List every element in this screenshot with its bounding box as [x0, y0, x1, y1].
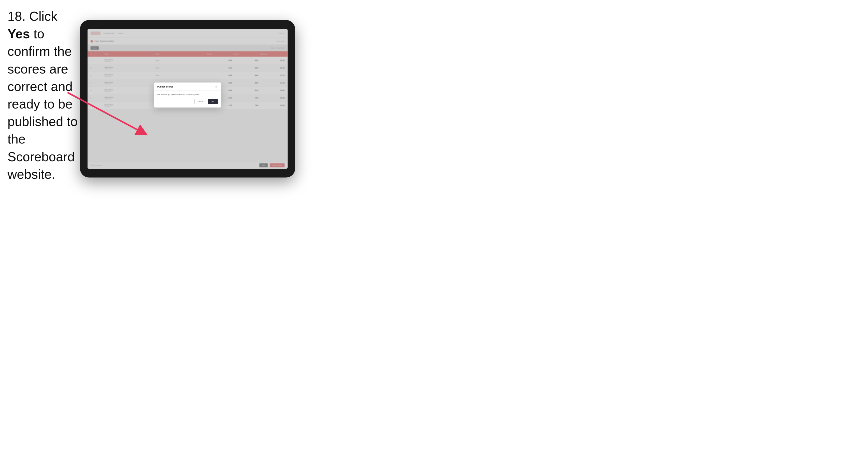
modal-actions: Cancel Yes — [157, 99, 218, 104]
cancel-button[interactable]: Cancel — [194, 99, 206, 104]
publish-scores-dialog: Publish scores × Are you ready to publis… — [154, 83, 221, 107]
tablet-screen: Competition Info Events Sign out Figure … — [88, 29, 287, 169]
tablet-device: Competition Info Events Sign out Figure … — [80, 20, 295, 178]
modal-close-button[interactable]: × — [214, 85, 218, 89]
modal-header: Publish scores × — [154, 83, 221, 91]
modal-overlay: Publish scores × Are you ready to publis… — [88, 29, 287, 169]
yes-button[interactable]: Yes — [208, 99, 218, 104]
modal-message: Are you ready to publish these scores to… — [157, 93, 218, 96]
modal-title: Publish scores — [157, 86, 173, 88]
instruction-text: 18. Click Yes to confirm the scores are … — [7, 7, 83, 183]
modal-body: Are you ready to publish these scores to… — [154, 91, 221, 107]
